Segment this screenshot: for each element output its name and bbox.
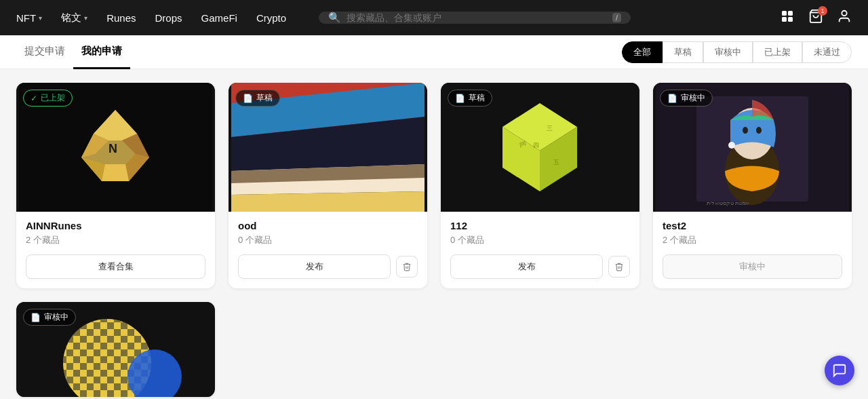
header-right: 1 — [780, 9, 852, 27]
svg-text:三: 三 — [547, 125, 553, 132]
card-action-112[interactable]: 发布 — [450, 254, 603, 279]
card-image-ainnrunes: N ✓ 已上架 — [16, 83, 215, 212]
filter-review[interactable]: 审核中 — [703, 41, 753, 63]
nav-gamefi[interactable]: GameFi — [201, 12, 237, 24]
card-image-extra: 📄 审核中 — [16, 302, 215, 397]
card-actions-test2: 审核中 — [663, 254, 842, 279]
search-shortcut: / — [612, 13, 621, 22]
card-image-ood: 📄 草稿 — [229, 83, 427, 212]
second-row: 📄 审核中 — [16, 302, 852, 397]
card-count-ainnrunes: 2 个藏品 — [26, 234, 205, 246]
nav-mingwen[interactable]: 铭文 ▾ — [61, 12, 87, 24]
cart-icon[interactable]: 1 — [808, 9, 823, 27]
card-image-112: 阿 三 四 五 📄 草稿 — [441, 83, 639, 212]
svg-rect-2 — [782, 17, 787, 22]
card-badge-test2: 📄 审核中 — [660, 90, 713, 107]
filter-all[interactable]: 全部 — [622, 41, 663, 63]
tabs-bar: 提交申请 我的申请 全部 草稿 审核中 已上架 未通过 — [0, 35, 868, 69]
card-title-112: 112 — [450, 220, 630, 231]
card-action-ainnrunes[interactable]: 查看合集 — [26, 254, 205, 279]
svg-rect-1 — [788, 11, 793, 16]
tab-submit[interactable]: 提交申请 — [16, 36, 73, 69]
card-title-ood: ood — [238, 220, 418, 231]
card-delete-ood[interactable] — [396, 256, 418, 278]
card-info-112: 112 0 个藏品 发布 — [441, 212, 639, 288]
card-grid: N ✓ 已上架 AINNRunes 2 个藏品 查看合集 — [16, 83, 852, 288]
filter-draft[interactable]: 草稿 — [663, 41, 703, 63]
card-extra: 📄 审核中 — [16, 302, 215, 397]
header: NFT ▾ 铭文 ▾ Runes Drops GameFi Crypto 🔍 / — [0, 0, 868, 35]
chat-bubble[interactable] — [825, 356, 854, 385]
card-action-ood[interactable]: 发布 — [238, 254, 391, 279]
svg-point-36 — [756, 127, 762, 134]
search-bar[interactable]: 🔍 / — [319, 12, 631, 24]
card-ainnrunes: N ✓ 已上架 AINNRunes 2 个藏品 查看合集 — [16, 83, 215, 288]
badge-icon-112: 📄 — [455, 94, 465, 103]
card-title-ainnrunes: AINNRunes — [26, 220, 205, 231]
badge-icon-ainnrunes: ✓ — [31, 94, 37, 103]
nft-arrow-icon: ▾ — [39, 14, 42, 22]
svg-text:N: N — [108, 142, 117, 155]
card-badge-ood: 📄 草稿 — [235, 90, 280, 107]
card-action-test2: 审核中 — [663, 254, 842, 279]
badge-icon-test2: 📄 — [667, 94, 677, 103]
search-input[interactable] — [347, 12, 607, 23]
svg-rect-0 — [782, 11, 787, 16]
card-image-test2: אמנות טקסטואלית 📄 审核中 — [653, 83, 852, 212]
filter-rejected[interactable]: 未通过 — [802, 41, 852, 63]
main-nav: NFT ▾ 铭文 ▾ Runes Drops GameFi Crypto — [16, 12, 286, 24]
card-info-ainnrunes: AINNRunes 2 个藏品 查看合集 — [16, 212, 215, 288]
card-test2: אמנות טקסטואלית 📄 审核中 test2 2 个藏品 审核中 — [653, 83, 852, 288]
svg-text:四: 四 — [533, 142, 539, 149]
svg-point-5 — [842, 10, 846, 15]
card-delete-112[interactable] — [608, 256, 630, 278]
card-badge-extra: 📄 审核中 — [23, 309, 76, 326]
card-badge-112: 📄 草稿 — [448, 90, 492, 107]
svg-point-35 — [743, 127, 748, 134]
badge-icon-extra: 📄 — [31, 313, 41, 322]
card-actions-112: 发布 — [450, 254, 630, 279]
nav-drops[interactable]: Drops — [155, 12, 182, 24]
svg-marker-20 — [231, 191, 425, 212]
badge-icon-ood: 📄 — [243, 94, 253, 103]
search-icon: 🔍 — [328, 12, 341, 24]
svg-text:五: 五 — [553, 159, 559, 166]
cube-icon[interactable] — [780, 9, 795, 27]
mingwen-arrow-icon: ▾ — [84, 14, 87, 22]
card-count-ood: 0 个藏品 — [238, 234, 418, 246]
card-ood: 📄 草稿 ood 0 个藏品 发布 — [229, 83, 427, 288]
svg-rect-3 — [788, 17, 793, 22]
nav-crypto[interactable]: Crypto — [256, 12, 286, 24]
svg-point-34 — [728, 142, 735, 149]
svg-text:אמנות טקסטואלית: אמנות טקסטואלית — [707, 200, 749, 206]
main-content: N ✓ 已上架 AINNRunes 2 个藏品 查看合集 — [0, 69, 868, 399]
card-112: 阿 三 四 五 📄 草稿 112 0 个藏品 发布 — [441, 83, 639, 288]
filter-published[interactable]: 已上架 — [753, 41, 802, 63]
nav-nft[interactable]: NFT ▾ — [16, 12, 42, 24]
filter-group: 全部 草稿 审核中 已上架 未通过 — [622, 41, 852, 63]
card-count-112: 0 个藏品 — [450, 234, 630, 246]
cart-badge: 1 — [818, 6, 827, 16]
user-icon[interactable] — [837, 9, 852, 27]
card-badge-ainnrunes: ✓ 已上架 — [23, 90, 73, 107]
card-actions-ainnrunes: 查看合集 — [26, 254, 205, 279]
svg-marker-13 — [102, 164, 129, 181]
nav-runes[interactable]: Runes — [106, 12, 136, 24]
card-info-test2: test2 2 个藏品 审核中 — [653, 212, 852, 288]
card-actions-ood: 发布 — [238, 254, 418, 279]
card-title-test2: test2 — [663, 220, 842, 231]
card-count-test2: 2 个藏品 — [663, 234, 842, 246]
tab-my[interactable]: 我的申请 — [73, 36, 130, 69]
card-info-ood: ood 0 个藏品 发布 — [229, 212, 427, 288]
